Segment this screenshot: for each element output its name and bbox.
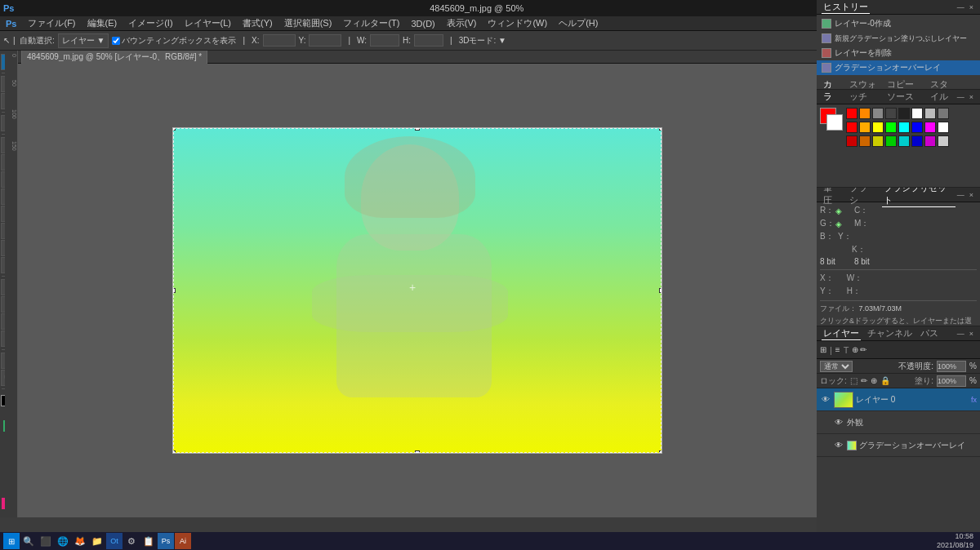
- tab-layers[interactable]: レイヤー: [822, 327, 861, 340]
- layers-minimize-btn[interactable]: —: [956, 330, 966, 338]
- handle-top-mid[interactable]: [415, 127, 420, 131]
- swatch-s1[interactable]: [846, 135, 858, 147]
- menu-image[interactable]: イメージ(I): [126, 17, 175, 29]
- ai-taskbar-btn[interactable]: Ai: [175, 533, 191, 549]
- swatch-s3[interactable]: [872, 135, 884, 147]
- image-canvas[interactable]: [172, 127, 662, 454]
- swatch-gray[interactable]: [872, 108, 884, 119]
- lock-icon4[interactable]: 🔒: [880, 376, 890, 385]
- ps-taskbar-btn[interactable]: Ps: [158, 533, 174, 549]
- layer-fx-0[interactable]: fx: [971, 396, 977, 404]
- h-input[interactable]: [414, 34, 443, 47]
- menu-3d[interactable]: 3D(D): [408, 19, 437, 29]
- swatch-r3[interactable]: [872, 122, 884, 133]
- lock-icon3[interactable]: ⊕: [871, 376, 877, 385]
- swatch-black[interactable]: [898, 108, 910, 119]
- history-item-1[interactable]: 新規グラデーション塗りつぶしレイヤー: [817, 31, 980, 46]
- canvas-area[interactable]: [18, 64, 817, 517]
- search-taskbar-btn[interactable]: 🔍: [20, 533, 37, 549]
- swatch-red[interactable]: [846, 108, 858, 119]
- tab-paths[interactable]: パス: [919, 327, 940, 340]
- history-item-0[interactable]: レイヤー-0作成: [817, 16, 980, 31]
- menu-layer[interactable]: レイヤー(L): [182, 17, 234, 29]
- swatch-r7[interactable]: [924, 122, 936, 133]
- history-item-2[interactable]: レイヤーを削除: [817, 46, 980, 60]
- opacity-input[interactable]: [937, 361, 966, 372]
- swatch-r6[interactable]: [911, 122, 923, 133]
- x-input[interactable]: [263, 34, 296, 47]
- menu-edit[interactable]: 編集(E): [85, 17, 120, 29]
- menu-file[interactable]: ファイル(F): [25, 17, 78, 29]
- menu-filter[interactable]: フィルター(T): [341, 17, 402, 29]
- menu-window[interactable]: ウィンドウ(W): [485, 17, 550, 29]
- swatch-midgray[interactable]: [938, 108, 949, 119]
- history-close-btn[interactable]: ×: [968, 3, 975, 11]
- auto-select-dropdown[interactable]: レイヤー ▼: [58, 33, 109, 48]
- tab-history[interactable]: ヒストリー: [822, 1, 870, 14]
- swatch-s2[interactable]: [859, 135, 871, 147]
- fill-input[interactable]: [937, 375, 966, 387]
- handle-mid-left[interactable]: [172, 288, 176, 293]
- swatch-r2[interactable]: [859, 122, 871, 133]
- bounding-box-label[interactable]: バウンティングボックスを表示: [112, 35, 236, 47]
- swatch-orange[interactable]: [859, 108, 871, 119]
- swatch-darkgray[interactable]: [885, 108, 897, 119]
- canvas-tab[interactable]: 4845609_m.jpg @ 50% [レイヤー-0、RGB/8#] *: [18, 51, 817, 64]
- history-item-3[interactable]: グラデーションオーバーレイ: [817, 60, 980, 75]
- handle-mid-right[interactable]: [659, 288, 662, 293]
- y-input[interactable]: [309, 34, 341, 47]
- swatch-white[interactable]: [911, 108, 923, 119]
- color-close-btn[interactable]: ×: [968, 93, 975, 101]
- layer-sub-gradient[interactable]: 👁 グラデーションオーバーレイ: [817, 434, 980, 457]
- menu-view[interactable]: 表示(V): [444, 17, 479, 29]
- swatch-s4[interactable]: [885, 135, 897, 147]
- chrome-btn[interactable]: 🌐: [55, 533, 71, 549]
- char-close-btn[interactable]: ×: [968, 191, 975, 199]
- bit2: 8 bit: [854, 257, 870, 266]
- settings-btn[interactable]: ⚙: [123, 533, 140, 549]
- 3d-mode-label: 3Dモード: ▼: [459, 35, 506, 47]
- layer-eye-gaikan[interactable]: 👁: [833, 417, 844, 428]
- tab-channels[interactable]: チャンネル: [866, 327, 914, 340]
- tab-brushpreset[interactable]: ブラシプリセット: [882, 188, 956, 207]
- bg-swatch-color[interactable]: [826, 114, 843, 131]
- teams-btn[interactable]: 📋: [140, 533, 157, 549]
- handle-bot-left[interactable]: [172, 450, 176, 454]
- explorer-btn[interactable]: 📁: [89, 533, 105, 549]
- layers-close-btn[interactable]: ×: [968, 330, 975, 338]
- swatch-row-1: [846, 108, 977, 119]
- swatch-r5[interactable]: [898, 122, 910, 133]
- color-minimize-btn[interactable]: —: [956, 93, 966, 101]
- handle-top-left[interactable]: [172, 127, 176, 131]
- swatch-s8[interactable]: [938, 135, 949, 147]
- handle-bot-mid[interactable]: [415, 450, 420, 454]
- menu-select[interactable]: 選択範囲(S): [282, 17, 335, 29]
- outlook-btn[interactable]: Ot: [106, 533, 122, 549]
- start-button[interactable]: ⊞: [3, 533, 20, 549]
- layer-eye-gradient[interactable]: 👁: [833, 440, 844, 451]
- lock-icon2[interactable]: ✏: [861, 376, 867, 385]
- task-view-btn[interactable]: ⬛: [38, 533, 54, 549]
- w-input[interactable]: [370, 34, 399, 47]
- swatch-lightgray[interactable]: [924, 108, 936, 119]
- layer-sub-gaikan[interactable]: 👁 外観: [817, 411, 980, 434]
- swatch-r4[interactable]: [885, 122, 897, 133]
- char-minimize-btn[interactable]: —: [956, 191, 966, 199]
- swatch-r8[interactable]: [938, 122, 949, 133]
- menu-format[interactable]: 書式(Y): [240, 17, 275, 29]
- handle-bot-right[interactable]: [659, 450, 662, 454]
- swatch-s7[interactable]: [924, 135, 936, 147]
- firefox-btn[interactable]: 🦊: [72, 533, 88, 549]
- swatch-s6[interactable]: [911, 135, 923, 147]
- menu-ps[interactable]: Ps: [3, 19, 19, 29]
- bounding-box-checkbox[interactable]: [112, 37, 120, 45]
- handle-top-right[interactable]: [659, 127, 662, 131]
- blend-mode-select[interactable]: 通常: [820, 361, 853, 372]
- lock-icon1[interactable]: ⬚: [850, 376, 858, 385]
- layer-item-0[interactable]: 👁 レイヤー 0 fx: [817, 388, 980, 411]
- menu-help[interactable]: ヘルプ(H): [556, 17, 600, 29]
- swatch-s5[interactable]: [898, 135, 910, 147]
- layer-eye-0[interactable]: 👁: [820, 394, 831, 406]
- history-minimize-btn[interactable]: —: [956, 3, 966, 11]
- swatch-r1[interactable]: [846, 122, 858, 133]
